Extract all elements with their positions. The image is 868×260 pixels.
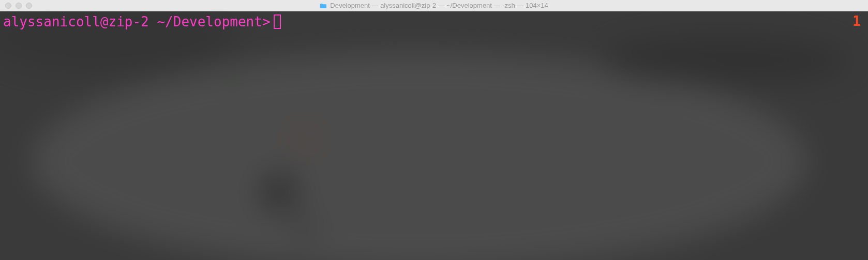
terminal-viewport[interactable]: alyssanicoll@zip-2 ~/Development> 1 xyxy=(0,11,868,260)
folder-icon xyxy=(320,3,327,8)
background-blur xyxy=(0,11,868,260)
window-title: Development — alyssanicoll@zip-2 — ~/Dev… xyxy=(330,2,548,9)
close-window-button[interactable] xyxy=(5,3,11,9)
exit-status-indicator: 1 xyxy=(852,13,861,29)
minimize-window-button[interactable] xyxy=(16,3,22,9)
window-titlebar[interactable]: Development — alyssanicoll@zip-2 — ~/Dev… xyxy=(0,0,868,11)
window-title-wrap: Development — alyssanicoll@zip-2 — ~/Dev… xyxy=(0,2,868,9)
prompt-user-host: alyssanicoll@zip-2 xyxy=(3,13,149,30)
shell-prompt-line[interactable]: alyssanicoll@zip-2 ~/Development> xyxy=(3,13,865,30)
zoom-window-button[interactable] xyxy=(26,3,32,9)
terminal-cursor[interactable] xyxy=(274,14,281,29)
prompt-symbol: > xyxy=(262,13,271,30)
window-controls xyxy=(0,3,32,9)
terminal-window: Development — alyssanicoll@zip-2 — ~/Dev… xyxy=(0,0,868,260)
prompt-path: ~/Development xyxy=(157,13,262,30)
